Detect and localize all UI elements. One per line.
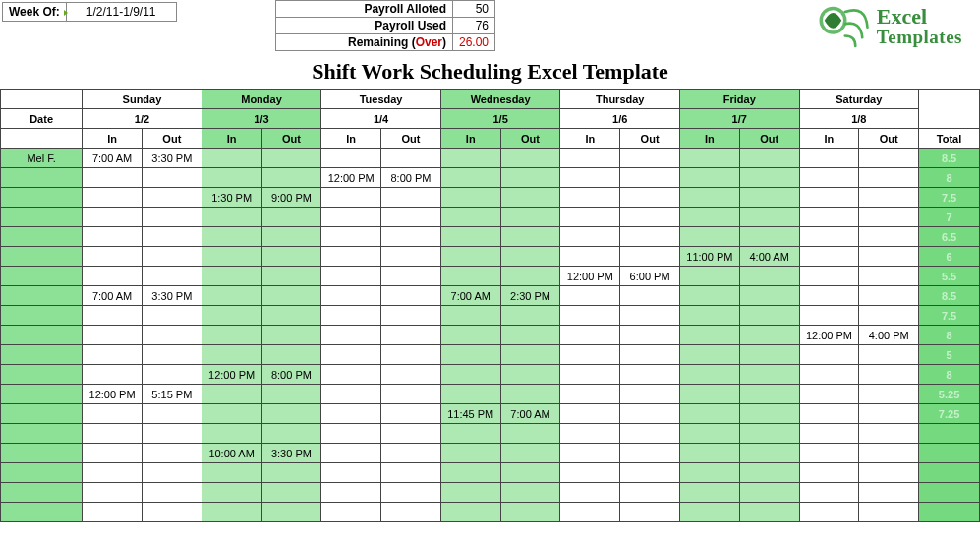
time-cell[interactable] [500,208,560,227]
time-cell[interactable] [500,306,560,326]
time-cell[interactable] [739,483,799,503]
time-cell[interactable] [739,463,799,483]
time-cell[interactable] [83,227,143,247]
time-cell[interactable] [321,365,381,385]
time-cell[interactable] [202,483,261,503]
time-cell[interactable] [261,503,321,522]
time-cell[interactable] [859,444,919,463]
time-cell[interactable]: 3:30 PM [142,286,202,306]
time-cell[interactable] [261,286,321,306]
time-cell[interactable] [321,208,381,227]
time-cell[interactable] [799,345,859,365]
time-cell[interactable] [83,168,143,188]
time-cell[interactable] [739,503,799,522]
time-cell[interactable] [859,424,919,444]
time-cell[interactable] [679,365,739,385]
time-cell[interactable] [500,247,560,267]
time-cell[interactable] [381,503,441,522]
time-cell[interactable] [261,463,321,483]
time-cell[interactable] [83,208,143,227]
time-cell[interactable] [202,385,261,404]
time-cell[interactable] [799,444,859,463]
time-cell[interactable] [799,503,859,522]
time-cell[interactable] [321,247,381,267]
time-cell[interactable] [381,483,441,503]
time-cell[interactable] [261,326,321,345]
time-cell[interactable] [679,463,739,483]
time-cell[interactable] [381,444,441,463]
time-cell[interactable] [500,227,560,247]
time-cell[interactable] [142,306,202,326]
time-cell[interactable]: 8:00 PM [381,168,441,188]
time-cell[interactable] [142,365,202,385]
time-cell[interactable]: 7:00 AM [83,286,143,306]
time-cell[interactable] [799,168,859,188]
time-cell[interactable] [560,306,620,326]
time-cell[interactable] [381,365,441,385]
time-cell[interactable] [500,503,560,522]
time-cell[interactable] [739,188,799,208]
time-cell[interactable] [859,286,919,306]
time-cell[interactable] [620,208,680,227]
time-cell[interactable] [500,365,560,385]
time-cell[interactable] [620,326,680,345]
time-cell[interactable] [440,424,500,444]
time-cell[interactable] [620,503,680,522]
time-cell[interactable] [83,463,143,483]
time-cell[interactable] [142,483,202,503]
time-cell[interactable] [620,188,680,208]
time-cell[interactable] [620,444,680,463]
time-cell[interactable] [142,208,202,227]
time-cell[interactable] [799,404,859,424]
week-of-value[interactable]: 1/2/11-1/9/11 [67,3,176,21]
time-cell[interactable] [142,188,202,208]
time-cell[interactable] [83,345,143,365]
time-cell[interactable] [83,188,143,208]
time-cell[interactable] [500,188,560,208]
time-cell[interactable]: 4:00 AM [739,247,799,267]
time-cell[interactable] [679,168,739,188]
time-cell[interactable] [679,286,739,306]
time-cell[interactable] [381,306,441,326]
time-cell[interactable] [859,227,919,247]
time-cell[interactable] [500,168,560,188]
time-cell[interactable] [799,365,859,385]
time-cell[interactable] [739,208,799,227]
time-cell[interactable] [381,227,441,247]
time-cell[interactable] [261,247,321,267]
time-cell[interactable] [321,444,381,463]
time-cell[interactable] [440,483,500,503]
payroll-remaining-value[interactable]: 26.00 [453,34,495,51]
time-cell[interactable] [799,424,859,444]
time-cell[interactable] [859,306,919,326]
time-cell[interactable] [679,385,739,404]
date-header[interactable]: 1/3 [202,109,321,129]
time-cell[interactable] [202,168,261,188]
time-cell[interactable] [83,404,143,424]
time-cell[interactable] [799,286,859,306]
time-cell[interactable] [500,463,560,483]
time-cell[interactable] [679,149,739,168]
time-cell[interactable] [440,326,500,345]
time-cell[interactable] [739,444,799,463]
time-cell[interactable] [620,227,680,247]
time-cell[interactable] [440,247,500,267]
time-cell[interactable]: 10:00 AM [202,444,261,463]
time-cell[interactable] [620,168,680,188]
time-cell[interactable] [500,345,560,365]
time-cell[interactable] [679,188,739,208]
time-cell[interactable] [440,149,500,168]
time-cell[interactable] [859,267,919,286]
time-cell[interactable] [321,463,381,483]
time-cell[interactable] [440,463,500,483]
employee-name-cell[interactable] [1,208,83,227]
time-cell[interactable] [440,503,500,522]
time-cell[interactable] [381,188,441,208]
date-header[interactable]: 1/8 [799,109,919,129]
time-cell[interactable] [261,168,321,188]
time-cell[interactable] [500,424,560,444]
time-cell[interactable] [142,463,202,483]
time-cell[interactable] [560,345,620,365]
employee-name-cell[interactable] [1,503,83,522]
time-cell[interactable] [620,424,680,444]
